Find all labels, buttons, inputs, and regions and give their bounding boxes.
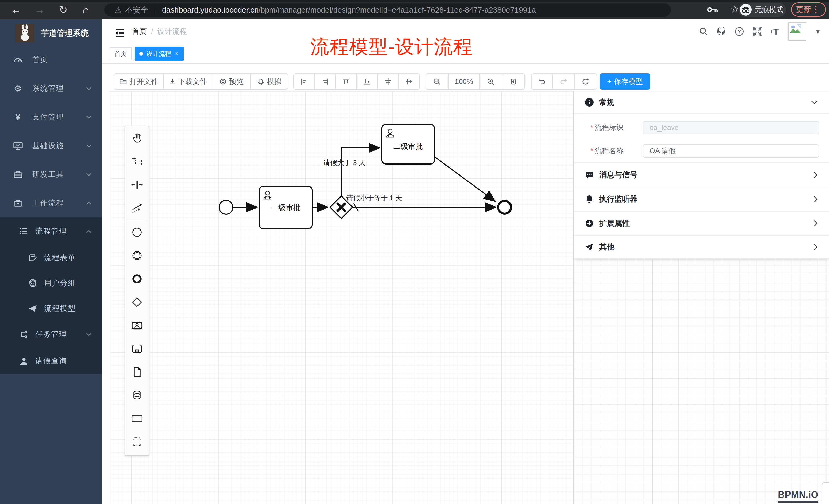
align-right-button[interactable] <box>314 73 336 89</box>
undo-button[interactable] <box>531 73 553 89</box>
download-icon <box>169 78 176 85</box>
list-icon <box>19 227 28 235</box>
face-icon <box>28 279 37 287</box>
process-key-input[interactable] <box>643 121 819 134</box>
app-logo <box>15 24 34 42</box>
process-name-row: * 流程名称 <box>574 144 829 158</box>
bpmn-diagram[interactable]: 一级审批 <box>110 91 574 504</box>
download-file-button[interactable]: 下载文件 <box>163 73 213 89</box>
person-icon <box>20 357 28 365</box>
start-event[interactable] <box>219 200 233 214</box>
browser-update-button[interactable]: 更新 <box>791 2 826 16</box>
user-task-level1[interactable]: 一级审批 <box>259 186 312 229</box>
sidebar-item-leave-query[interactable]: 请假查询 <box>0 348 102 374</box>
sidebar-item-workflow[interactable]: 工作流程 <box>0 189 102 218</box>
user-task-level2[interactable]: 二级审批 <box>382 124 434 164</box>
sidebar-item-label: 流程表单 <box>44 253 76 263</box>
sidebar-logo-row[interactable]: 芋道管理系统 <box>0 22 102 46</box>
breadcrumb-home[interactable]: 首页 <box>132 26 147 37</box>
save-model-button[interactable]: + 保存模型 <box>600 73 650 89</box>
browser-back-button[interactable]: ← <box>8 3 24 17</box>
open-file-button[interactable]: 打开文件 <box>114 73 164 89</box>
browser-menu-icon[interactable] <box>815 6 817 13</box>
panel-section-messages[interactable]: 消息与信号 <box>574 163 829 187</box>
sidebar-item-infrastructure[interactable]: 基础设施 <box>0 131 102 160</box>
align-bottom-button[interactable] <box>356 73 378 89</box>
sidebar-item-payment[interactable]: ¥ 支付管理 <box>0 103 102 131</box>
password-key-icon[interactable] <box>707 6 718 14</box>
chevron-down-icon <box>86 116 92 119</box>
tag-tab-design-process[interactable]: 设计流程 × <box>135 47 184 61</box>
info-icon: i <box>584 98 594 107</box>
sidebar-item-label: 用户分组 <box>44 278 76 288</box>
flow-label-lte1[interactable]: 请假小于等于 1 天 <box>346 194 402 202</box>
browser-reload-button[interactable]: ↻ <box>56 3 71 17</box>
browser-tabstrip <box>0 0 829 2</box>
incognito-icon <box>740 4 752 15</box>
help-icon[interactable]: ? <box>732 20 747 43</box>
zoom-reset-button[interactable] <box>502 73 525 89</box>
panel-section-listeners[interactable]: 执行监听器 <box>574 187 829 211</box>
sidebar-item-system[interactable]: ⚙ 系统管理 <box>0 74 102 103</box>
close-icon[interactable]: × <box>175 50 178 57</box>
github-icon[interactable] <box>714 20 729 43</box>
flow-label-gt3[interactable]: 请假大于 3 天 <box>323 159 366 166</box>
flow-gateway-to-task2[interactable] <box>341 148 380 195</box>
sidebar-item-label: 请假查询 <box>35 356 67 366</box>
align-left-button[interactable] <box>293 73 315 89</box>
update-label: 更新 <box>796 4 811 15</box>
simulate-button[interactable]: 模拟 <box>250 73 288 89</box>
fullscreen-icon[interactable] <box>750 20 765 43</box>
sidebar: 芋道管理系统 首页 ⚙ 系统管理 ¥ 支付管理 <box>0 20 102 504</box>
panel-section-general[interactable]: i 常规 <box>574 91 829 114</box>
not-secure-label[interactable]: 不安全 <box>125 5 148 15</box>
align-top-button[interactable] <box>335 73 357 89</box>
chip-icon <box>257 78 264 85</box>
browser-home-button[interactable]: ⌂ <box>78 3 94 17</box>
panel-section-other[interactable]: 其他 <box>574 236 829 259</box>
bookmark-star-icon[interactable]: ☆ <box>730 3 740 15</box>
page: ← → ↻ ⌂ ⚠ 不安全 dashboard.yudao.iocoder.cn… <box>0 0 829 504</box>
paper-plane-icon <box>28 304 37 313</box>
zoom-out-button[interactable] <box>426 73 448 89</box>
sidebar-item-home[interactable]: 首页 <box>0 45 102 74</box>
bpmn-canvas[interactable]: 一级审批 <box>110 91 574 504</box>
search-icon[interactable] <box>696 20 711 43</box>
align-left-icon <box>300 78 308 85</box>
properties-panel: i 常规 * 流程标识 * 流程名称 <box>574 91 829 259</box>
tag-tab-home[interactable]: 首页 <box>110 47 132 61</box>
bpmn-io-logo[interactable]: BPMN.iO <box>778 490 818 503</box>
folder-icon <box>119 78 127 85</box>
zoom-level[interactable]: 100% <box>448 73 480 89</box>
preview-icon <box>219 78 226 85</box>
sidebar-item-process-form[interactable]: 流程表单 <box>0 245 102 270</box>
restart-button[interactable] <box>574 73 597 89</box>
sidebar-item-devtools[interactable]: 研发工具 <box>0 160 102 189</box>
font-size-icon[interactable]: TT <box>766 20 782 43</box>
undo-icon <box>538 78 546 85</box>
end-event[interactable] <box>498 201 511 214</box>
sidebar-fold-icon[interactable] <box>115 29 125 37</box>
panel-section-label: 常规 <box>599 97 614 108</box>
sidebar-item-process-model[interactable]: 流程模型 <box>0 296 102 321</box>
briefcase-icon <box>12 199 24 207</box>
sidebar-item-task-management[interactable]: 任务管理 <box>0 321 102 348</box>
avatar-caret-icon[interactable]: ▾ <box>816 20 820 43</box>
browser-forward-button[interactable]: → <box>32 3 47 17</box>
align-center-horizontal-button[interactable] <box>377 73 399 89</box>
chevron-down-icon <box>86 173 92 176</box>
url-path: /bpm/manager/model/design?modelId=e4a1a1… <box>259 6 536 14</box>
zoom-in-button[interactable] <box>479 73 502 89</box>
designer-workspace: 打开文件 下载文件 预览 模拟 <box>102 64 829 504</box>
sidebar-item-process-management[interactable]: 流程管理 <box>0 218 102 245</box>
dashboard-icon <box>12 55 24 64</box>
address-bar[interactable]: ⚠ 不安全 dashboard.yudao.iocoder.cn/bpm/man… <box>104 3 671 16</box>
redo-button[interactable] <box>552 73 575 89</box>
avatar[interactable] <box>788 22 806 41</box>
flow-task2-to-end[interactable] <box>434 156 495 201</box>
align-center-vertical-button[interactable] <box>398 73 420 89</box>
sidebar-item-user-group[interactable]: 用户分组 <box>0 270 102 296</box>
process-name-input[interactable] <box>643 144 819 158</box>
panel-section-extended[interactable]: 扩展属性 <box>574 211 829 236</box>
preview-button[interactable]: 预览 <box>212 73 251 89</box>
